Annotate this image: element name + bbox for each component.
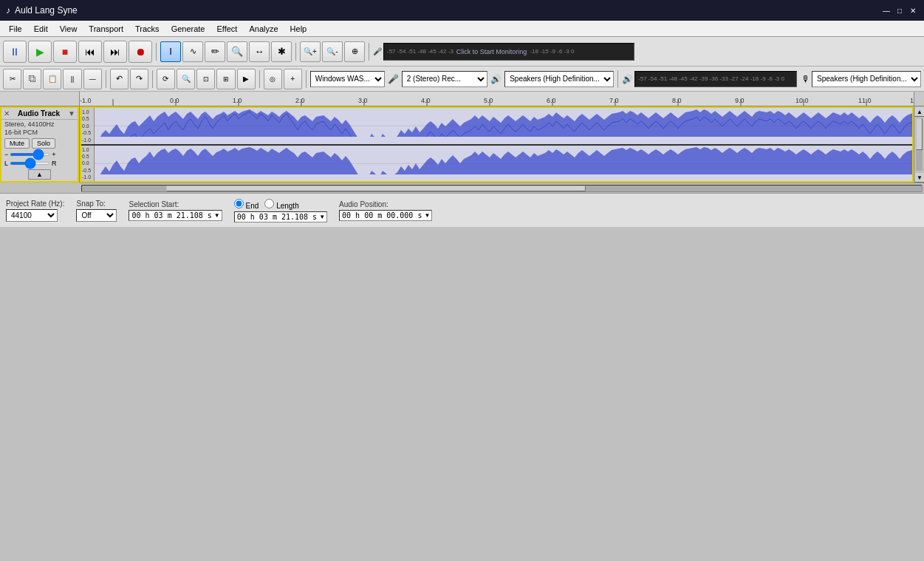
length-radio[interactable] [264,199,274,208]
end-radio-label[interactable]: End [234,199,259,210]
track-labels-panel: ✕ Audio Track ▼ Stereo, 44100Hz 16-bit P… [0,106,80,183]
vscroll-thumb[interactable] [916,118,923,150]
extra-btn[interactable]: + [284,69,302,89]
menu-generate[interactable]: Generate [165,23,211,35]
svg-text:9.0: 9.0 [735,97,745,104]
menu-file[interactable]: File [3,23,28,35]
volume-slider[interactable] [10,153,50,156]
multi-tool[interactable]: ✱ [271,41,292,62]
cut-btn[interactable]: ✂ [3,69,21,89]
svg-text:2.0: 2.0 [295,97,305,104]
zoom-out-btn[interactable]: 🔍- [322,41,343,62]
menu-effect[interactable]: Effect [211,23,244,35]
project-rate-select[interactable]: 44100 [6,209,58,222]
end-length-radio: End Length [234,199,327,210]
top-channel[interactable]: 1.0 0.5 0.0 -0.5 -1.0 [81,108,912,146]
bottom-channel[interactable]: 1.0 0.5 0.0 -0.5 -1.0 [81,146,912,182]
skip-start-button[interactable]: ⏮ [78,41,102,63]
stop-button[interactable]: ■ [53,41,77,63]
pan-l-label: L [4,160,8,167]
vscroll-track[interactable] [916,118,923,171]
host-select[interactable]: Windows WAS... [310,71,385,87]
scale-top: 1.0 0.5 0.0 -0.5 -1.0 [81,108,95,144]
zoom-sel-btn[interactable]: ⊡ [196,69,215,89]
play-button[interactable]: ▶ [28,41,52,63]
trim-btn[interactable]: || [63,69,81,89]
audio-position-field[interactable]: 00 h 00 m 00.000 s ▼ [339,210,432,221]
collapse-button[interactable]: ▲ [28,169,51,180]
record-button[interactable]: ⏺ [129,41,152,63]
envelope-tool[interactable]: ∿ [182,41,203,62]
redo-btn[interactable]: ↷ [130,69,148,89]
snap-btn[interactable]: ⊕ [344,41,365,62]
silence-btn[interactable]: — [83,69,102,89]
vscrollbar[interactable]: ▲ ▼ [914,106,924,183]
selection-tool[interactable]: I [160,41,181,62]
undo-btn[interactable]: ↶ [110,69,129,89]
skip-end-button[interactable]: ⏭ [103,41,127,63]
zoom-fit-btn[interactable]: ⊞ [216,69,235,89]
gain-icon: 🎙 [801,74,810,84]
hscrollbar[interactable] [80,183,924,193]
close-button[interactable]: ✕ [908,5,918,16]
snap-to-select[interactable]: Off [76,209,117,222]
monitoring-label[interactable]: Click to Start Monitoring [456,48,527,55]
track-menu-btn[interactable]: ▼ [68,109,75,118]
svg-text:6.0: 6.0 [547,97,556,104]
svg-text:12.0: 12.0 [910,97,914,104]
timeshift-tool[interactable]: ↔ [249,41,270,62]
app-icon: ♪ [6,5,10,16]
vscroll-down-btn[interactable]: ▼ [914,172,924,183]
zoom-in-tool[interactable]: 🔍 [227,41,247,62]
selection-start-field[interactable]: 00 h 03 m 21.108 s ▼ [129,210,222,221]
vu-input-section: 🎤 -57 -54 -51 -48 -45 -42 -3 Click to St… [373,43,634,61]
track-label-box: ✕ Audio Track ▼ Stereo, 44100Hz 16-bit P… [0,106,79,183]
scale-bottom: 1.0 0.5 0.0 -0.5 -1.0 [81,146,95,182]
menu-transport[interactable]: Transport [83,23,129,35]
input-select[interactable]: 2 (Stereo) Rec... [402,71,487,87]
track-close-btn[interactable]: ✕ [4,109,10,118]
length-label-text: Length [276,202,299,210]
output-select[interactable]: Speakers (High Definition... [504,71,614,87]
maximize-button[interactable]: □ [894,5,905,16]
effects-btn[interactable]: ◎ [264,69,282,89]
hscroll-thumb[interactable] [166,186,586,191]
volume-plus-label: + [52,151,55,158]
paste-btn[interactable]: 📋 [43,69,61,89]
sep4 [106,70,106,88]
audio-position-spinner[interactable]: ▼ [423,212,431,219]
vscroll-up-btn[interactable]: ▲ [914,106,924,117]
copy-btn[interactable]: ⿻ [23,69,41,89]
solo-button[interactable]: Solo [32,138,55,149]
playback-icon: 🔊 [622,74,633,84]
snap-to-group: Snap To: Off [76,200,117,222]
play-cursor-btn[interactable]: ▶ [237,69,256,89]
draw-tool[interactable]: ✏ [205,41,225,62]
search-btn[interactable]: 🔍 [177,69,195,89]
menu-tracks[interactable]: Tracks [129,23,165,35]
playback-device-select[interactable]: Speakers (High Definition... [812,71,921,87]
statusbar: Project Rate (Hz): 44100 Snap To: Off Se… [0,193,924,227]
selection-start-value: 00 h 03 m 21.108 s [130,211,213,220]
zoom-in-btn[interactable]: 🔍+ [300,41,321,62]
selection-start-spinner[interactable]: ▼ [213,212,221,219]
menu-edit[interactable]: Edit [28,23,54,35]
end-radio[interactable] [234,199,244,208]
svg-text:8.0: 8.0 [672,97,682,104]
loop-btn[interactable]: ⟳ [157,69,175,89]
menu-help[interactable]: Help [284,23,313,35]
selection-end-field[interactable]: 00 h 03 m 21.108 s ▼ [234,211,327,222]
mute-button[interactable]: Mute [4,138,30,149]
selection-end-spinner[interactable]: ▼ [318,214,326,220]
pan-slider[interactable] [10,162,50,165]
menu-view[interactable]: View [54,23,83,35]
audio-position-label: Audio Position: [339,200,432,208]
vu-input-meter[interactable]: -57 -54 -51 -48 -45 -42 -3 Click to Star… [383,43,634,61]
tracks-area: ✕ Audio Track ▼ Stereo, 44100Hz 16-bit P… [0,106,924,183]
minimize-button[interactable]: — [881,5,892,16]
pause-button[interactable]: ⏸ [3,41,27,63]
vu-output-meter[interactable]: -57 -54 -51 -48 -45 -42 -39 -36 -33 -27 … [634,71,797,87]
hscroll-track[interactable] [81,185,923,192]
length-radio-label[interactable]: Length [264,199,298,210]
menu-analyze[interactable]: Analyze [243,23,284,35]
